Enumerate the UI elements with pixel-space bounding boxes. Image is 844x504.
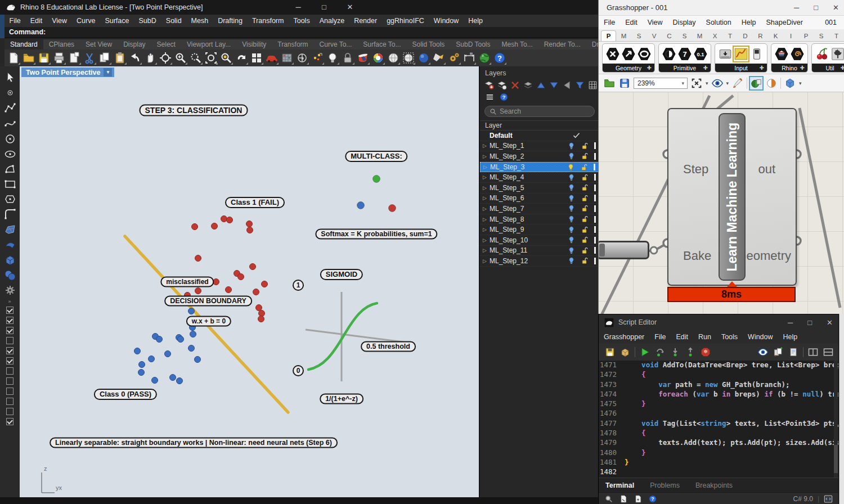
rhino-menu-tools[interactable]: Tools: [289, 17, 315, 25]
toggle-input-icon[interactable]: [749, 47, 764, 61]
hex-rhino-icon[interactable]: [774, 47, 789, 61]
curve-interpolate-icon[interactable]: [3, 116, 17, 130]
bulb-blue-icon[interactable]: [567, 246, 576, 255]
sidebar-checkbox-12[interactable]: [6, 418, 14, 425]
gh-menu-edit[interactable]: Edit: [620, 19, 643, 26]
gh-tab-t-15[interactable]: T: [829, 31, 844, 41]
rhino-menu-window[interactable]: Window: [429, 17, 463, 25]
rhino-menu-drafting[interactable]: Drafting: [213, 17, 248, 25]
lock-open-icon[interactable]: [581, 183, 589, 192]
stop-icon[interactable]: [700, 346, 711, 358]
group-expand-icon[interactable]: ✚: [800, 65, 805, 71]
package-icon[interactable]: [619, 346, 631, 358]
move-up-icon[interactable]: [536, 80, 546, 91]
expand-arrow-icon[interactable]: ▷: [483, 258, 490, 264]
lamp-icon[interactable]: [326, 51, 339, 65]
bulb-blue-icon[interactable]: [567, 204, 576, 213]
ml-component[interactable]: Step Bake out Geometry Learn Machine Lea…: [667, 108, 797, 286]
rhino-menu-view[interactable]: View: [47, 17, 72, 25]
grasshopper-title-bar[interactable]: Grasshopper - 001 ─□✕: [599, 0, 844, 16]
shaded-preview-icon[interactable]: [750, 77, 762, 89]
gh-tab-i-12[interactable]: I: [783, 31, 798, 41]
expand-arrow-icon[interactable]: ▷: [483, 237, 490, 243]
component-output-out[interactable]: out: [758, 162, 775, 177]
layer-row-ml_step_10[interactable]: ▷ML_Step_10: [480, 235, 599, 246]
arc-polygon-icon[interactable]: [3, 162, 17, 176]
sidebar-checkbox-3[interactable]: [6, 327, 14, 334]
dimension-icon[interactable]: [463, 51, 476, 65]
se-menu-grasshopper[interactable]: Grasshopper: [599, 333, 649, 341]
hex-number-icon[interactable]: 0.1: [693, 47, 708, 61]
move-left-icon[interactable]: [562, 80, 572, 91]
gh-tab-p-13[interactable]: P: [798, 31, 814, 41]
layer-row-ml_step_2[interactable]: ▷ML_Step_2: [480, 151, 599, 162]
gh-tab-k-11[interactable]: K: [768, 31, 783, 41]
help-icon[interactable]: ?: [499, 92, 509, 102]
lock-open-icon[interactable]: [581, 142, 589, 150]
toolbar-tab-transform[interactable]: Transform: [272, 39, 313, 50]
layer-row-ml_step_4[interactable]: ▷ML_Step_4: [480, 172, 599, 183]
se-menu-help[interactable]: Help: [778, 333, 803, 341]
hex-spiral-icon[interactable]: [790, 47, 805, 61]
preview-eye-icon[interactable]: [757, 346, 769, 358]
bulb-blue-icon[interactable]: [567, 226, 576, 234]
se-menu-window[interactable]: Window: [743, 333, 778, 341]
expand-arrow-icon[interactable]: ▷: [483, 185, 490, 191]
layer-row-ml_step_9[interactable]: ▷ML_Step_9: [480, 224, 599, 235]
rhino-menu-file[interactable]: File: [5, 17, 25, 25]
layer-search-input[interactable]: Search: [484, 106, 595, 117]
circle-icon[interactable]: [3, 132, 17, 145]
copy-to-clipboard-icon[interactable]: [68, 51, 81, 65]
slider-grip[interactable]: [599, 244, 605, 256]
add-script-icon[interactable]: [634, 494, 643, 503]
surface-patch-icon[interactable]: [3, 223, 17, 236]
panel-menu-icon[interactable]: [485, 92, 495, 102]
split-columns-icon[interactable]: [807, 346, 819, 358]
sketch-pen-icon[interactable]: [731, 77, 744, 89]
layer-row-ml_step_11[interactable]: ▷ML_Step_11: [480, 246, 599, 256]
render-icon[interactable]: [356, 51, 370, 65]
toolbar-tab-surface-to-[interactable]: Surface To...: [357, 39, 406, 50]
toolbar-tab-display[interactable]: Display: [118, 39, 151, 50]
script-editor-title-bar[interactable]: Script Editor ─□✕: [599, 314, 838, 330]
rhino-menu-subd[interactable]: SubD: [134, 17, 161, 25]
gh-menu-file[interactable]: File: [599, 19, 620, 26]
sidebar-checkbox-6[interactable]: [6, 357, 14, 364]
bulb-blue-icon[interactable]: [567, 236, 576, 244]
filter-icon[interactable]: [574, 80, 585, 91]
toolbar-tab-viewport-lay-[interactable]: Viewport Lay...: [181, 39, 236, 50]
toolbar-tab-mesh-to-[interactable]: Mesh To...: [496, 39, 538, 50]
bulb-blue-icon[interactable]: [567, 183, 576, 192]
hex-arrow-icon[interactable]: [621, 47, 636, 61]
maximize-icon[interactable]: □: [311, 0, 337, 15]
hex-ring-icon[interactable]: [637, 47, 652, 61]
pan-icon[interactable]: [143, 51, 157, 65]
layer-color-swatch[interactable]: [594, 164, 595, 170]
save-file-icon[interactable]: [618, 77, 631, 89]
mesh-sphere-icon[interactable]: [402, 51, 415, 65]
viewport[interactable]: zyx Two Point Perspective ▼ STEP 3: CLAS…: [20, 66, 479, 497]
component-input-step[interactable]: Step: [683, 162, 708, 177]
layer-row-ml_step_7[interactable]: ▷ML_Step_7: [480, 204, 599, 214]
solid-box-icon[interactable]: [3, 253, 17, 267]
shaded-sphere-icon[interactable]: [387, 51, 400, 65]
search-icon[interactable]: [604, 494, 613, 503]
rhino-menu-curve[interactable]: Curve: [72, 17, 100, 25]
viewport-layout-icon[interactable]: [250, 51, 263, 65]
minimize-icon[interactable]: ─: [285, 0, 311, 15]
layer-color-swatch[interactable]: [594, 205, 596, 212]
gh-menu-help[interactable]: Help: [737, 19, 761, 26]
print-icon[interactable]: [52, 51, 66, 65]
bulb-blue-icon[interactable]: [567, 194, 576, 202]
rectangle-icon[interactable]: [3, 177, 17, 191]
save-icon[interactable]: [37, 51, 51, 65]
bottom-tab-problems[interactable]: Problems: [650, 482, 680, 489]
lock-open-icon[interactable]: [581, 236, 589, 244]
se-menu-run[interactable]: Run: [693, 333, 716, 341]
gh-tab-s-5[interactable]: S: [677, 31, 692, 41]
expand-arrow-icon[interactable]: ▷: [483, 174, 490, 180]
layer-row-ml_step_8[interactable]: ▷ML_Step_8: [480, 214, 599, 225]
rhino-menu-transform[interactable]: Transform: [247, 17, 289, 25]
dropdown-caret-icon[interactable]: ▾: [726, 80, 729, 86]
lock-open-icon[interactable]: [581, 215, 589, 223]
